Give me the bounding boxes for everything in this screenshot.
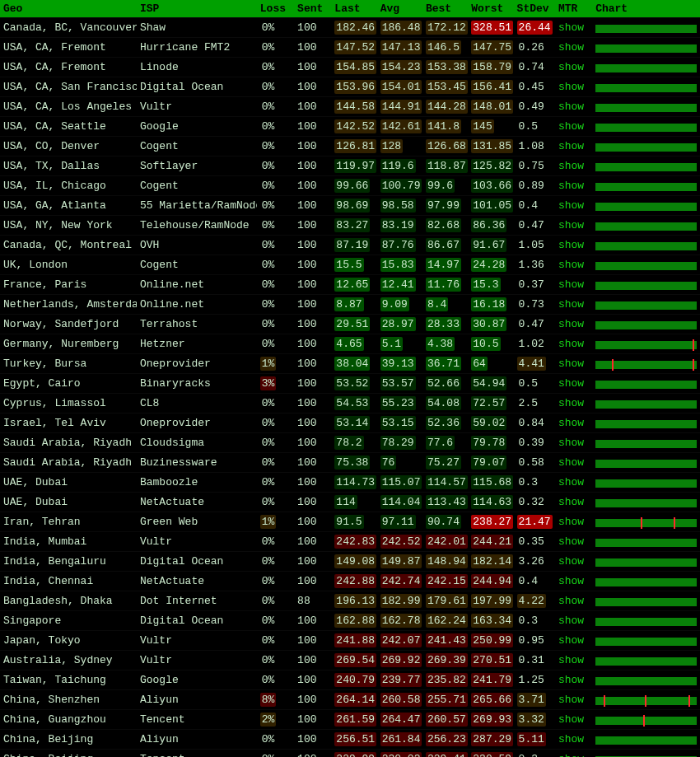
header-isp[interactable]: ISP <box>137 0 257 18</box>
cell-mtr: show <box>555 611 592 631</box>
cell-isp: CL8 <box>137 394 257 414</box>
cell-mtr: show <box>555 334 592 354</box>
cell-geo: USA, CA, Fremont <box>0 38 137 58</box>
mtr-show-link[interactable]: show <box>558 357 584 370</box>
cell-sent: 100 <box>294 196 331 216</box>
mtr-show-link[interactable]: show <box>558 318 584 330</box>
mtr-show-link[interactable]: show <box>558 160 584 172</box>
cell-best: 97.99 <box>422 196 468 216</box>
mtr-show-link[interactable]: show <box>558 259 584 271</box>
cell-isp: Telehouse/RamNode <box>137 216 257 236</box>
cell-avg: 128 <box>377 137 422 157</box>
cell-isp: Dot Internet <box>137 591 257 611</box>
cell-last: 242.83 <box>331 532 376 552</box>
mtr-show-link[interactable]: show <box>558 199 584 212</box>
mtr-show-link[interactable]: show <box>558 239 584 251</box>
mtr-show-link[interactable]: show <box>558 120 584 133</box>
mtr-show-link[interactable]: show <box>558 180 584 192</box>
mtr-show-link[interactable]: show <box>558 41 584 54</box>
table-row: USA, CO, DenverCogent0%100126.81128126.6… <box>0 137 700 157</box>
header-worst[interactable]: Worst <box>468 0 513 18</box>
mtr-show-link[interactable]: show <box>558 595 584 607</box>
cell-stdev: 1.08 <box>514 137 555 157</box>
cell-chart <box>592 18 700 38</box>
mtr-show-link[interactable]: show <box>558 100 584 113</box>
cell-loss: 0% <box>257 730 294 750</box>
header-last[interactable]: Last <box>331 0 376 18</box>
mtr-show-link[interactable]: show <box>558 516 584 528</box>
table-row: USA, CA, Los AngelesVultr0%100144.58144.… <box>0 97 700 117</box>
header-stdev[interactable]: StDev <box>514 0 555 18</box>
mtr-show-link[interactable]: show <box>558 397 584 409</box>
cell-worst: 79.07 <box>468 453 513 473</box>
cell-last: 12.65 <box>331 275 376 295</box>
cell-best: 153.38 <box>422 58 468 77</box>
mtr-show-link[interactable]: show <box>558 81 584 93</box>
header-geo[interactable]: Geo <box>0 0 137 18</box>
cell-sent: 100 <box>294 710 331 730</box>
mtr-show-link[interactable]: show <box>558 476 584 488</box>
mtr-show-link[interactable]: show <box>558 298 584 311</box>
mtr-show-link[interactable]: show <box>558 140 584 152</box>
cell-geo: India, Chennai <box>0 572 137 591</box>
cell-loss: 0% <box>257 157 294 176</box>
mtr-show-link[interactable]: show <box>558 456 584 469</box>
cell-loss: 0% <box>257 176 294 196</box>
header-mtr[interactable]: MTR <box>555 0 592 18</box>
cell-sent: 100 <box>294 493 331 512</box>
latency-sparkline <box>595 516 697 529</box>
header-best[interactable]: Best <box>422 0 468 18</box>
cell-last: 114.73 <box>331 473 376 493</box>
mtr-show-link[interactable]: show <box>558 61 584 73</box>
header-avg[interactable]: Avg <box>377 0 422 18</box>
header-chart[interactable]: Chart <box>592 0 700 18</box>
cell-isp: Cogent <box>137 255 257 275</box>
cell-sent: 100 <box>294 216 331 236</box>
mtr-show-link[interactable]: show <box>558 555 584 568</box>
cell-avg: 239.77 <box>377 671 422 690</box>
cell-last: 78.2 <box>331 433 376 453</box>
cell-chart <box>592 710 700 730</box>
mtr-show-link[interactable]: show <box>558 338 584 350</box>
cell-last: 149.08 <box>331 552 376 572</box>
mtr-show-link[interactable]: show <box>558 634 584 647</box>
cell-chart <box>592 255 700 275</box>
cell-worst: 269.93 <box>468 710 513 730</box>
cell-geo: Singapore <box>0 611 137 631</box>
mtr-show-link[interactable]: show <box>558 713 584 726</box>
header-loss[interactable]: Loss <box>257 0 294 18</box>
mtr-show-link[interactable]: show <box>558 654 584 666</box>
cell-stdev: 0.26 <box>514 38 555 58</box>
mtr-show-link[interactable]: show <box>558 614 584 627</box>
mtr-show-link[interactable]: show <box>558 219 584 231</box>
header-sent[interactable]: Sent <box>294 0 331 18</box>
mtr-show-link[interactable]: show <box>558 694 584 706</box>
cell-stdev: 5.11 <box>514 730 555 750</box>
cell-last: 240.79 <box>331 671 376 690</box>
table-row: Cyprus, LimassolCL80%10054.5355.2354.087… <box>0 394 700 414</box>
mtr-show-link[interactable]: show <box>558 377 584 390</box>
cell-geo: UAE, Dubai <box>0 473 137 493</box>
mtr-show-link[interactable]: show <box>558 417 584 429</box>
cell-geo: China, Beijing <box>0 730 137 750</box>
mtr-show-link[interactable]: show <box>558 535 584 548</box>
cell-stdev: 1.05 <box>514 236 555 255</box>
cell-geo: USA, TX, Dallas <box>0 157 137 176</box>
cell-loss: 0% <box>257 671 294 690</box>
mtr-show-link[interactable]: show <box>558 575 584 587</box>
mtr-show-link[interactable]: show <box>558 496 584 508</box>
mtr-show-link[interactable]: show <box>558 21 584 34</box>
mtr-show-link[interactable]: show <box>558 437 584 449</box>
cell-stdev: 3.32 <box>514 710 555 730</box>
table-row: UK, LondonCogent0%10015.515.8314.9724.28… <box>0 255 700 275</box>
cell-sent: 100 <box>294 453 331 473</box>
mtr-show-link[interactable]: show <box>558 278 584 291</box>
cell-mtr: show <box>555 18 592 38</box>
cell-mtr: show <box>555 433 592 453</box>
mtr-show-link[interactable]: show <box>558 753 584 757</box>
latency-sparkline <box>595 496 697 509</box>
mtr-show-link[interactable]: show <box>558 674 584 686</box>
cell-last: 154.85 <box>331 58 376 77</box>
mtr-show-link[interactable]: show <box>558 733 584 745</box>
cell-worst: 287.29 <box>468 730 513 750</box>
